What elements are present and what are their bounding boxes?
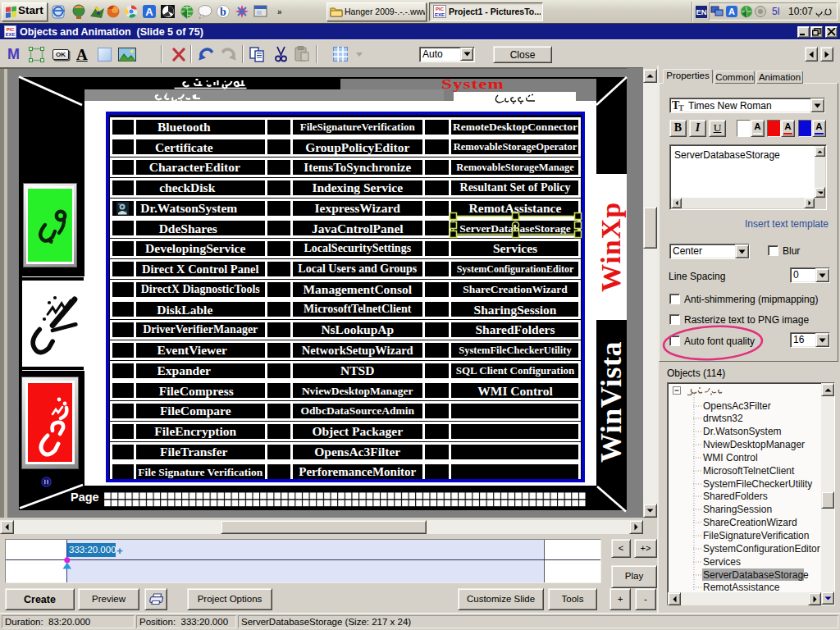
svg-text:EXE: EXE (6, 32, 16, 37)
svg-text:A: A (145, 6, 153, 18)
svg-text:PIC: PIC (7, 27, 15, 32)
svg-text:»: » (277, 7, 282, 16)
svg-text:b: b (220, 6, 226, 18)
svg-text:PIC: PIC (436, 7, 445, 11)
svg-text:A: A (728, 7, 735, 16)
svg-text:T: T (678, 103, 684, 112)
svg-text:EXE: EXE (435, 12, 445, 17)
